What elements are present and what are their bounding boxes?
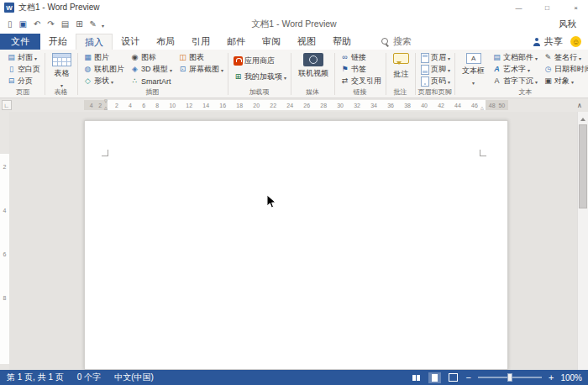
footer-icon (421, 65, 429, 75)
zoom-out-button[interactable]: − (465, 373, 472, 382)
first-line-indent-marker[interactable] (104, 99, 108, 103)
zoom-slider-thumb[interactable] (507, 373, 512, 382)
tab-mailings[interactable]: 邮件 (218, 34, 254, 50)
bookmark-button[interactable]: ⚑ 书签 (339, 64, 383, 75)
search-box[interactable]: 搜索 (381, 34, 412, 50)
dropdown-icon (221, 66, 223, 74)
save-icon[interactable]: ▣ (19, 20, 27, 29)
ruler-number: 16 (219, 103, 226, 108)
maximize-button[interactable]: □ (535, 0, 559, 15)
cross-reference-label: 交叉引用 (351, 76, 381, 87)
page-number-button[interactable]: 页码 (419, 76, 452, 87)
store-icon (234, 56, 243, 66)
wordart-button[interactable]: A 艺术字 (491, 64, 539, 75)
undo-icon[interactable]: ↶ (34, 20, 40, 29)
draw-table-icon[interactable]: ⊞ (76, 20, 82, 29)
shapes-button[interactable]: ◇ 形状 (81, 76, 126, 87)
word-logo-icon[interactable]: W (4, 3, 14, 13)
header-button[interactable]: 页眉 (419, 52, 452, 63)
zoom-level[interactable]: 100% (560, 373, 582, 382)
dropdown-icon (571, 77, 574, 86)
tab-help[interactable]: 帮助 (324, 34, 360, 50)
screenshot-button[interactable]: ⊡ 屏幕截图 (176, 64, 225, 75)
store-button[interactable]: 应用商店 (232, 55, 288, 66)
new-document-icon[interactable]: ▯ (8, 20, 13, 29)
hanging-indent-marker[interactable] (104, 106, 108, 110)
zoom-slider[interactable] (478, 377, 542, 378)
group-label-comments: 批注 (386, 87, 414, 97)
tab-home[interactable]: 开始 (40, 34, 76, 50)
text-box-button[interactable]: 文本框 (459, 52, 488, 87)
vertical-ruler-numbers: 2468 (0, 164, 9, 339)
redo-icon[interactable]: ↷ (47, 20, 54, 29)
read-mode-button[interactable] (410, 372, 423, 383)
quick-parts-button[interactable]: ▤ 文档部件 (491, 52, 539, 63)
tab-layout[interactable]: 布局 (148, 34, 183, 50)
scroll-up-arrow-icon[interactable] (578, 112, 588, 123)
ruler-number: 6 (3, 251, 7, 295)
page-number-icon (421, 76, 429, 87)
web-layout-button[interactable] (447, 372, 459, 383)
table-icon (52, 53, 71, 66)
tab-design[interactable]: 设计 (113, 34, 148, 50)
tab-insert[interactable]: 插入 (76, 34, 113, 50)
app-title: 文档1 - Word Preview (251, 15, 336, 34)
object-button[interactable]: ▣ 对象 (542, 76, 588, 87)
online-pictures-button[interactable]: ◍ 联机图片 (81, 64, 126, 75)
pen-icon[interactable]: ✎ (90, 20, 97, 29)
collapse-ribbon-button[interactable]: ∧ (574, 99, 585, 111)
share-button[interactable]: 共享 (533, 35, 563, 48)
bookmark-icon: ⚑ (340, 65, 349, 74)
document-page[interactable] (84, 120, 508, 370)
user-name[interactable]: 风秋 (559, 15, 576, 34)
link-button[interactable]: ∞ 链接 (339, 52, 383, 63)
tab-review[interactable]: 审阅 (254, 34, 289, 50)
page-break-button[interactable]: ⊟ 分页 (5, 76, 42, 87)
page-indicator[interactable]: 第 1 页, 共 1 页 (0, 372, 71, 383)
icons-label: 图标 (141, 52, 156, 63)
titlebar: W 文档1 - Word Preview — □ × (0, 0, 588, 15)
chart-button[interactable]: ◫ 图表 (176, 52, 225, 63)
right-indent-marker[interactable] (480, 106, 484, 110)
my-addins-button[interactable]: ⊞ 我的加载项 (232, 71, 288, 82)
group-label-media: 媒体 (291, 87, 333, 97)
document-area[interactable]: 2468 (0, 112, 588, 370)
table-button[interactable]: 表格 (49, 52, 75, 90)
signature-line-button[interactable]: ✎ 签名行 (542, 52, 588, 63)
drop-cap-button[interactable]: A 首字下沉 (491, 76, 539, 87)
online-video-button[interactable]: 联机视频 (295, 52, 332, 80)
pictures-button[interactable]: ▦ 图片 (81, 52, 126, 63)
date-time-button[interactable]: ◷ 日期和时间 (542, 64, 588, 75)
icons-button[interactable]: ◉ 图标 (129, 52, 174, 63)
3d-models-button[interactable]: ◈ 3D 模型 (129, 64, 174, 75)
smartart-button[interactable]: ∴ SmartArt (129, 76, 174, 87)
vertical-scrollbar[interactable] (577, 112, 588, 370)
zoom-in-button[interactable]: + (548, 373, 554, 382)
cover-page-button[interactable]: ▤ 封面 (5, 52, 42, 63)
blank-page-icon: ▯ (7, 65, 16, 74)
horizontal-ruler: 42 2468101214161820222426283032343638404… (84, 100, 508, 110)
ruler-number: 2 (115, 103, 118, 108)
window-title: 文档1 - Word Preview (18, 2, 100, 13)
vertical-ruler: 2468 (0, 112, 9, 370)
cross-reference-button[interactable]: ⇄ 交叉引用 (339, 76, 383, 87)
language-indicator[interactable]: 中文(中国) (108, 372, 160, 383)
minimize-button[interactable]: — (507, 0, 531, 15)
print-layout-button[interactable] (428, 372, 441, 383)
feedback-smiley-icon[interactable]: ☺ (570, 36, 581, 47)
tab-references[interactable]: 引用 (183, 34, 218, 50)
print-icon[interactable]: ▤ (61, 20, 69, 29)
blank-page-button[interactable]: ▯ 空白页 (5, 64, 42, 75)
close-button[interactable]: × (564, 0, 588, 15)
scrollbar-thumb[interactable] (579, 124, 587, 208)
quick-parts-icon: ▤ (492, 53, 501, 62)
ruler-text-area: 2468101214161820222426283032343638404244… (108, 100, 486, 110)
tab-view[interactable]: 视图 (289, 34, 324, 50)
page-number-label: 页码 (431, 76, 446, 87)
footer-button[interactable]: 页脚 (419, 64, 452, 75)
word-count[interactable]: 0 个字 (71, 372, 108, 383)
tab-selector[interactable]: ∟ (2, 100, 12, 110)
tab-file[interactable]: 文件 (0, 34, 40, 50)
comment-button[interactable]: 批注 (390, 52, 412, 81)
customize-qat-dropdown-icon[interactable] (102, 19, 104, 29)
